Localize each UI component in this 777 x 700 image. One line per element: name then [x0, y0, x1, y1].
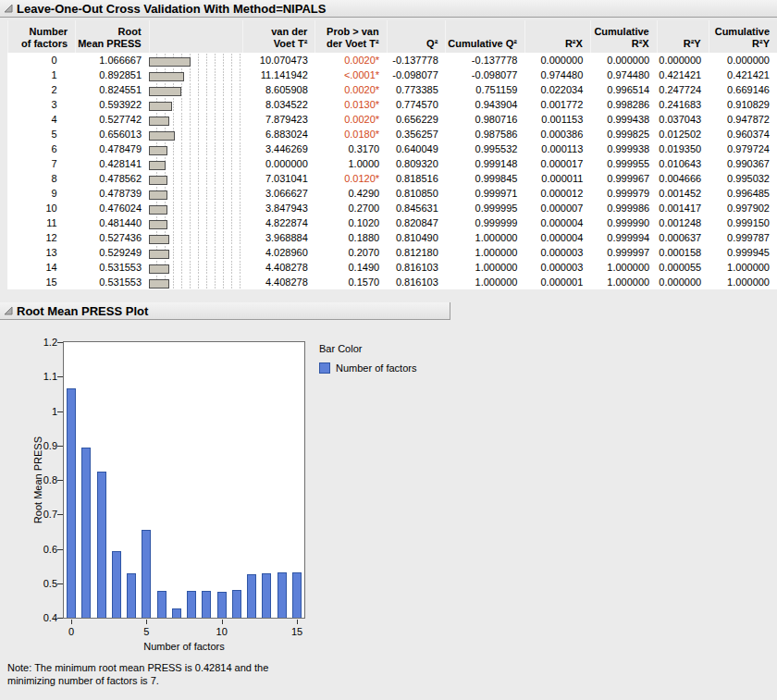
chart-bar-13[interactable] — [262, 573, 271, 618]
note-line-1: Note: The minimum root mean PRESS is 0.4… — [7, 661, 777, 674]
plot-area[interactable] — [63, 341, 305, 619]
section-title-press-plot[interactable]: Root Mean PRESS Plot — [17, 304, 148, 318]
cell-r2y: 0.004666 — [657, 171, 709, 186]
cell-cr2x: 0.999955 — [590, 156, 657, 171]
table-row[interactable]: 100.4760243.8479430.27000.8456310.999995… — [8, 201, 777, 215]
chart-bar-3[interactable] — [112, 551, 121, 618]
cell-r2x: 0.000003 — [524, 245, 590, 260]
cell-r2y: 0.000000 — [657, 53, 709, 68]
press-bar[interactable] — [149, 190, 167, 200]
table-row[interactable]: 80.4785627.0310410.0120*0.8185160.999845… — [8, 171, 777, 186]
cell-cq2: 0.999995 — [446, 201, 525, 215]
table-row[interactable]: 01.06666710.0704730.0020*-0.137778-0.137… — [8, 53, 777, 68]
cell-cq2: 0.999845 — [446, 171, 525, 186]
press-bar[interactable] — [149, 220, 167, 229]
y-tick-label: 0.9 — [41, 440, 57, 451]
chart-bar-4[interactable] — [127, 573, 136, 618]
table-row[interactable]: 30.5939228.0345220.0130*0.7745700.943904… — [8, 97, 777, 112]
table-row[interactable]: 20.8245518.6059080.0020*0.7733850.751159… — [8, 82, 777, 97]
cell-cr2y: 0.979724 — [709, 141, 777, 156]
col-header-cr2y[interactable]: CumulativeR²Y — [709, 20, 777, 53]
col-header-bar[interactable] — [149, 20, 242, 53]
cell-p: 0.1570 — [315, 275, 387, 289]
col-header-p[interactable]: Prob > vander Voet T² — [315, 20, 387, 53]
cell-cq2: 0.751159 — [446, 82, 525, 97]
press-bar[interactable] — [149, 235, 169, 244]
press-bar[interactable] — [149, 250, 169, 259]
table-row[interactable]: 40.5277427.8794230.0020*0.6562290.980716… — [8, 112, 777, 127]
y-tick-label: 0.6 — [41, 544, 57, 555]
col-header-cr2x[interactable]: CumulativeR²X — [590, 20, 657, 53]
section-header-crossval: Leave-One-Out Cross Validation With Meth… — [0, 0, 777, 18]
press-bar[interactable] — [149, 161, 166, 170]
col-header-r2x[interactable]: R²X — [524, 20, 590, 53]
table-row[interactable]: 130.5292494.0289600.20700.8121801.000000… — [8, 245, 777, 260]
chart-bar-15[interactable] — [292, 572, 302, 618]
chart-bar-12[interactable] — [247, 574, 256, 619]
table-row[interactable]: 90.4787393.0666270.42900.8108500.9999710… — [8, 186, 777, 201]
press-bar[interactable] — [149, 205, 167, 215]
cell-press: 0.656013 — [76, 127, 149, 141]
press-bar[interactable] — [149, 279, 169, 289]
press-bar[interactable] — [149, 57, 191, 67]
col-header-factors[interactable]: Numberof factors — [8, 20, 76, 53]
chart-bar-6[interactable] — [157, 591, 166, 618]
cell-r2y: 0.001417 — [657, 201, 709, 215]
table-row[interactable]: 70.4281410.0000001.00000.8093200.9991480… — [8, 156, 777, 171]
chart-bar-5[interactable] — [142, 530, 151, 618]
cell-factors: 5 — [8, 127, 76, 141]
disclosure-open-icon — [4, 4, 13, 13]
cell-p: 0.3170 — [315, 141, 387, 156]
y-tick-label: 0.4 — [41, 612, 57, 623]
cell-factors: 2 — [8, 82, 76, 97]
cell-factors: 9 — [8, 186, 76, 201]
col-header-t2[interactable]: van derVoet T² — [242, 20, 315, 53]
chart-bar-14[interactable] — [278, 572, 287, 618]
chart-bar-1[interactable] — [81, 448, 91, 618]
section-title-crossval[interactable]: Leave-One-Out Cross Validation With Meth… — [17, 2, 326, 16]
table-row[interactable]: 60.4784793.4462690.31700.6400490.9955320… — [8, 141, 777, 156]
cell-press: 0.527742 — [76, 112, 149, 127]
col-header-r2y[interactable]: R²Y — [657, 20, 709, 53]
table-row[interactable]: 120.5274363.9688840.18800.8104901.000000… — [8, 230, 777, 245]
chart-bar-2[interactable] — [97, 472, 106, 618]
press-bar-cell — [149, 112, 242, 127]
cell-press: 0.478562 — [76, 171, 149, 186]
y-tick-mark — [57, 549, 63, 550]
press-bar[interactable] — [149, 131, 175, 141]
cell-r2y: 0.037043 — [657, 112, 709, 127]
chart-bar-10[interactable] — [217, 592, 227, 618]
chart-bar-11[interactable] — [232, 590, 241, 618]
cell-q2: 0.816103 — [387, 260, 446, 275]
table-head: Numberof factorsRootMean PRESS van derVo… — [8, 20, 777, 53]
press-bar[interactable] — [149, 264, 169, 274]
chart-bar-0[interactable] — [67, 388, 76, 618]
press-bar[interactable] — [149, 102, 172, 111]
press-bar[interactable] — [149, 117, 169, 126]
cell-cq2: 1.000000 — [446, 275, 525, 289]
disclosure-triangle-icon[interactable] — [3, 306, 13, 316]
col-header-q2[interactable]: Q² — [387, 20, 446, 53]
press-bar[interactable] — [149, 146, 167, 155]
table-row[interactable]: 150.5315534.4082780.15700.8161031.000000… — [8, 275, 777, 289]
chart-bar-9[interactable] — [202, 591, 211, 618]
table-row[interactable]: 140.5315534.4082780.14900.8161031.000000… — [8, 260, 777, 275]
chart-bar-8[interactable] — [187, 591, 196, 618]
col-header-press[interactable]: RootMean PRESS — [76, 20, 149, 53]
cell-cr2y: 0.910829 — [709, 97, 777, 112]
disclosure-open-icon — [4, 306, 13, 315]
disclosure-triangle-icon[interactable] — [3, 4, 13, 14]
press-bar-cell — [149, 186, 242, 201]
table-row[interactable]: 10.89285111.141942<.0001*-0.098077-0.098… — [8, 68, 777, 82]
cell-q2: 0.810850 — [387, 186, 446, 201]
col-header-cq2[interactable]: Cumulative Q² — [446, 20, 525, 53]
press-bar[interactable] — [149, 72, 184, 81]
press-bar[interactable] — [149, 87, 181, 96]
cell-press: 0.593922 — [76, 97, 149, 112]
table-row[interactable]: 50.6560136.8830240.0180*0.3562570.987586… — [8, 127, 777, 141]
cell-p: 0.0020* — [315, 82, 387, 97]
chart-bar-7[interactable] — [172, 608, 181, 619]
press-bar[interactable] — [149, 176, 167, 185]
legend-item[interactable]: Number of factors — [319, 362, 416, 374]
table-row[interactable]: 110.4814404.8228740.10200.8208470.999999… — [8, 215, 777, 230]
